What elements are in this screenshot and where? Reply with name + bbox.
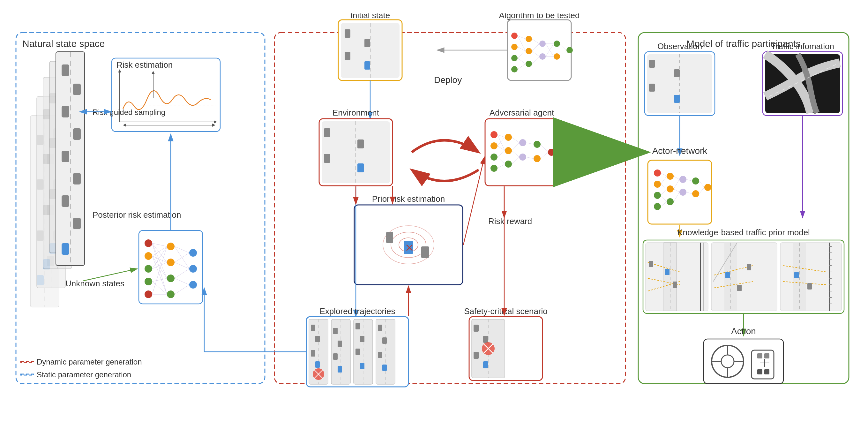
svg-rect-136 <box>324 154 330 163</box>
svg-rect-188 <box>333 328 338 334</box>
svg-point-143 <box>505 147 512 154</box>
svg-point-107 <box>526 61 532 67</box>
svg-point-61 <box>145 278 152 285</box>
svg-point-139 <box>491 142 497 149</box>
svg-rect-181 <box>311 350 315 357</box>
explored-label: Explored trajectories <box>320 306 395 316</box>
svg-point-106 <box>526 48 532 54</box>
svg-rect-254 <box>646 243 708 311</box>
posterior-label: Posterior risk estimation <box>93 210 181 220</box>
algo-label: Algorithm to be tested <box>499 13 580 20</box>
svg-rect-42 <box>62 151 69 162</box>
svg-rect-261 <box>665 269 670 275</box>
svg-point-108 <box>539 40 546 47</box>
svg-rect-182 <box>315 361 320 368</box>
svg-point-233 <box>666 198 674 205</box>
svg-rect-43 <box>73 173 81 184</box>
svg-rect-44 <box>62 195 69 207</box>
deploy-label: Deploy <box>434 75 462 85</box>
svg-rect-271 <box>725 272 730 278</box>
initial-state-label: Initial state <box>350 13 390 20</box>
svg-rect-46 <box>62 243 69 255</box>
svg-rect-197 <box>360 363 365 369</box>
svg-point-236 <box>692 178 699 184</box>
svg-rect-179 <box>311 325 315 331</box>
svg-point-112 <box>566 47 573 53</box>
svg-point-238 <box>704 184 711 191</box>
svg-point-110 <box>554 40 560 47</box>
left-panel-title: Natural state space <box>22 38 105 49</box>
svg-point-66 <box>167 290 175 298</box>
svg-point-69 <box>189 281 197 288</box>
svg-point-147 <box>533 141 540 148</box>
svg-rect-195 <box>360 336 365 342</box>
svg-point-234 <box>679 176 686 183</box>
svg-rect-98 <box>365 39 370 47</box>
svg-point-104 <box>511 66 518 72</box>
svg-point-145 <box>519 139 526 146</box>
risk-guided-label: Risk guided sampling <box>93 108 165 117</box>
svg-rect-203 <box>382 365 387 371</box>
svg-rect-209 <box>473 325 479 332</box>
risk-estimation-label: Risk estimation <box>117 60 173 69</box>
svg-rect-134 <box>324 128 330 137</box>
svg-rect-304 <box>757 369 763 374</box>
svg-rect-201 <box>382 337 387 344</box>
svg-point-101 <box>511 33 518 39</box>
svg-rect-272 <box>737 285 742 291</box>
svg-rect-172 <box>386 232 393 243</box>
svg-line-174 <box>463 157 485 245</box>
svg-rect-135 <box>358 140 364 148</box>
svg-rect-260 <box>649 261 653 267</box>
svg-point-62 <box>145 290 152 298</box>
legend-dynamic: Dynamic parameter generation <box>37 358 142 366</box>
traffic-info-label: Traffic infomation <box>771 41 834 51</box>
prior-risk-label: Prior risk estimation <box>372 194 445 204</box>
svg-rect-41 <box>73 128 81 140</box>
svg-rect-274 <box>780 243 841 311</box>
svg-rect-38 <box>62 64 69 76</box>
svg-rect-210 <box>483 336 488 343</box>
unknown-states-label: Unknown states <box>65 279 124 288</box>
svg-point-60 <box>145 265 152 273</box>
actor-network-label: Actor-network <box>652 146 708 156</box>
svg-point-230 <box>654 203 661 210</box>
svg-rect-97 <box>345 29 350 38</box>
svg-rect-180 <box>315 336 320 342</box>
svg-rect-273 <box>747 264 751 270</box>
knowledge-model-label: Knowledge-based traffic prior model <box>677 227 810 237</box>
svg-rect-301 <box>764 354 769 359</box>
svg-rect-212 <box>483 361 488 368</box>
svg-rect-262 <box>673 281 677 288</box>
svg-point-232 <box>666 185 674 192</box>
svg-rect-191 <box>338 366 342 372</box>
svg-point-65 <box>167 275 175 282</box>
svg-point-149 <box>548 149 555 156</box>
svg-point-142 <box>505 134 512 141</box>
svg-point-141 <box>491 165 497 172</box>
svg-rect-200 <box>378 325 382 331</box>
svg-rect-93 <box>21 361 33 362</box>
svg-rect-196 <box>355 348 360 355</box>
svg-rect-171 <box>421 246 429 258</box>
svg-rect-194 <box>355 323 360 329</box>
algo-box <box>507 20 571 81</box>
svg-rect-305 <box>764 369 769 374</box>
risk-reward-label: Risk reward <box>488 216 532 226</box>
svg-point-140 <box>491 154 497 160</box>
svg-rect-189 <box>338 341 342 347</box>
svg-rect-190 <box>333 354 338 360</box>
svg-rect-291 <box>807 283 812 289</box>
svg-rect-99 <box>345 52 350 60</box>
svg-point-63 <box>167 243 175 250</box>
svg-point-237 <box>692 190 699 197</box>
main-container: Natural state space <box>0 0 868 429</box>
svg-point-229 <box>654 192 661 199</box>
observation-label: Observation <box>657 41 702 51</box>
svg-point-58 <box>145 239 152 247</box>
diagram-svg: Natural state space <box>13 13 855 416</box>
svg-point-111 <box>554 53 560 60</box>
svg-rect-137 <box>358 163 364 172</box>
svg-rect-45 <box>73 218 81 229</box>
svg-point-105 <box>526 36 532 42</box>
